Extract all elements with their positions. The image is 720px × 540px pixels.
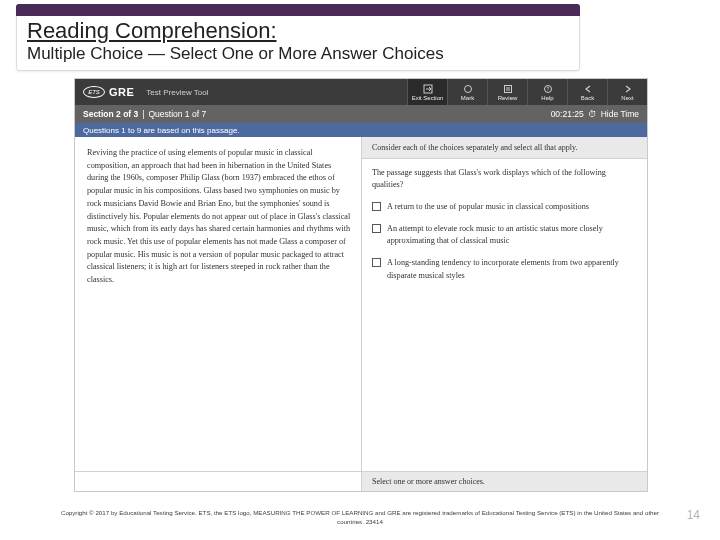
arrow-right-icon — [623, 84, 633, 94]
question-stem: The passage suggests that Glass's work d… — [362, 159, 647, 196]
passage-pane: Reviving the practice of using elements … — [75, 137, 361, 471]
review-label: Review — [498, 95, 518, 101]
slide-header-accent — [16, 4, 580, 16]
exit-label: Exit Section — [412, 95, 444, 101]
question-counter: Question 1 of 7 — [148, 109, 206, 119]
footer-hint: Select one or more answer choices. — [361, 472, 647, 491]
svg-point-1 — [464, 85, 471, 92]
copyright-text: Copyright © 2017 by Educational Testing … — [0, 509, 720, 526]
clock-icon: ⏱ — [588, 109, 597, 119]
help-button[interactable]: ? Help — [527, 79, 567, 105]
arrow-left-icon — [583, 84, 593, 94]
timer-value: 00:21:25 — [551, 109, 584, 119]
svg-text:?: ? — [546, 86, 549, 92]
exit-icon — [423, 84, 433, 94]
next-button[interactable]: Next — [607, 79, 647, 105]
mark-icon — [463, 84, 473, 94]
section-label: Section 2 of 3 — [83, 109, 138, 119]
svg-rect-2 — [504, 85, 511, 92]
ets-logo: ETS — [83, 86, 105, 98]
help-icon: ? — [543, 84, 553, 94]
option-text: A long-standing tendency to incorporate … — [387, 257, 637, 282]
answer-option: A long-standing tendency to incorporate … — [362, 252, 647, 287]
back-label: Back — [581, 95, 594, 101]
checkbox-icon[interactable] — [372, 224, 381, 233]
checkbox-icon[interactable] — [372, 258, 381, 267]
exit-section-button[interactable]: Exit Section — [407, 79, 447, 105]
app-topbar: ETS GRE Test Preview Tool Exit Section M… — [75, 79, 647, 105]
option-text: A return to the use of popular music in … — [387, 201, 589, 213]
question-pane: Consider each of the choices separately … — [361, 137, 647, 471]
page-number: 14 — [687, 508, 700, 522]
hide-time-button[interactable]: Hide Time — [601, 109, 639, 119]
passage-range-label: Questions 1 to 9 are based on this passa… — [83, 126, 240, 135]
app-logo: ETS GRE — [75, 79, 142, 105]
mark-button[interactable]: Mark — [447, 79, 487, 105]
option-text: An attempt to elevate rock music to an a… — [387, 223, 637, 248]
next-label: Next — [621, 95, 633, 101]
gre-logo: GRE — [109, 86, 134, 98]
answer-option: An attempt to elevate rock music to an a… — [362, 218, 647, 253]
review-button[interactable]: Review — [487, 79, 527, 105]
app-body: Reviving the practice of using elements … — [75, 137, 647, 471]
review-icon — [503, 84, 513, 94]
help-label: Help — [541, 95, 553, 101]
gre-preview-screenshot: ETS GRE Test Preview Tool Exit Section M… — [74, 78, 648, 492]
slide-header-card: Reading Comprehension: Multiple Choice —… — [16, 4, 580, 71]
back-button[interactable]: Back — [567, 79, 607, 105]
passage-band: Questions 1 to 9 are based on this passa… — [75, 123, 647, 137]
app-footer: Select one or more answer choices. — [75, 471, 647, 491]
question-instruction: Consider each of the choices separately … — [362, 137, 647, 159]
checkbox-icon[interactable] — [372, 202, 381, 211]
slide-subtitle: Multiple Choice — Select One or More Ans… — [17, 44, 579, 70]
passage-text: Reviving the practice of using elements … — [87, 148, 350, 284]
tool-label: Test Preview Tool — [142, 88, 208, 97]
answer-option: A return to the use of popular music in … — [362, 196, 647, 218]
mark-label: Mark — [461, 95, 474, 101]
slide-title: Reading Comprehension: — [17, 16, 579, 44]
app-subbar: Section 2 of 3 | Question 1 of 7 00:21:2… — [75, 105, 647, 123]
